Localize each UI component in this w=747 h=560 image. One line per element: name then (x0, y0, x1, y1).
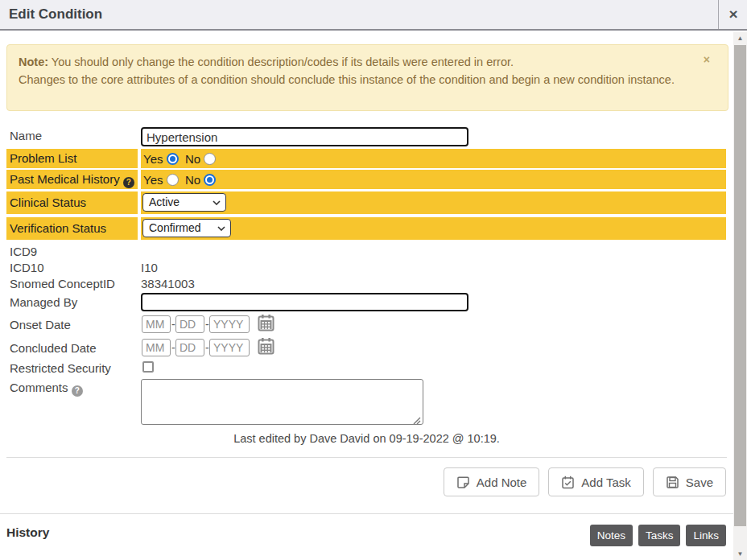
restricted-security-checkbox[interactable] (142, 361, 154, 373)
clinical-status-label: Clinical Status (6, 191, 138, 214)
add-task-label: Add Task (581, 476, 630, 489)
divider (0, 513, 733, 514)
verification-status-value: Confirmed (149, 221, 201, 234)
past-medical-history-label-text: Past Medical History (10, 172, 120, 186)
calendar-icon[interactable] (258, 337, 274, 358)
note-text-1: You should only change the condition des… (52, 56, 514, 68)
no-label: No (185, 152, 200, 166)
clinical-status-cell (141, 191, 726, 214)
action-button-row: Add Note Add Task Save (0, 467, 726, 496)
tasks-button[interactable]: Tasks (638, 525, 681, 546)
verification-status-label: Verification Status (6, 217, 138, 240)
add-task-button[interactable]: Add Task (548, 467, 643, 496)
problem-list-no-radio[interactable] (204, 153, 216, 165)
clinical-status-value: Active (149, 196, 180, 208)
add-note-button[interactable]: Add Note (444, 467, 540, 496)
dialog-titlebar: Edit Condition × (0, 0, 747, 31)
no-label: No (185, 173, 200, 187)
yes-label: Yes (143, 152, 163, 166)
note-label: Note: (19, 56, 48, 68)
history-button-row: Notes Tasks Links (0, 525, 726, 546)
save-label: Save (686, 476, 713, 489)
dialog-title: Edit Condition (9, 6, 102, 23)
date-separator: - (171, 341, 175, 354)
onset-date-label: Onset Date (10, 318, 71, 331)
name-label: Name (10, 129, 42, 142)
date-separator: - (205, 341, 209, 354)
save-icon (666, 476, 679, 489)
divider (6, 457, 727, 458)
comments-label-text: Comments (10, 381, 68, 394)
problem-list-options: Yes No (141, 149, 726, 168)
name-input[interactable] (141, 127, 468, 146)
scrollbar-thumb[interactable] (734, 45, 746, 526)
calendar-icon[interactable] (258, 314, 274, 335)
date-separator: - (171, 318, 175, 331)
comments-label: Comments ? (10, 381, 83, 397)
vertical-scrollbar[interactable]: ▲ ▼ (733, 32, 747, 560)
help-icon[interactable]: ? (72, 385, 83, 397)
restricted-security-label: Restricted Security (10, 361, 111, 375)
note-text-2: Changes to the core attributes of a cond… (19, 73, 675, 86)
add-note-label: Add Note (477, 476, 527, 489)
past-medical-history-row: Past Medical History ? Yes No (0, 170, 747, 189)
concluded-day-input[interactable] (175, 339, 204, 356)
help-icon[interactable]: ? (123, 177, 134, 188)
notes-button[interactable]: Notes (590, 525, 633, 546)
snomed-value: 38341003 (141, 277, 195, 290)
icd9-label: ICD9 (10, 245, 37, 258)
note-icon (456, 476, 470, 489)
note-dismiss-icon[interactable]: × (704, 53, 710, 66)
problem-list-yes-radio[interactable] (167, 153, 179, 165)
concluded-year-input[interactable] (209, 339, 250, 356)
last-edited-text: Last edited by Dave David on 09-19-2022 … (6, 432, 727, 445)
verification-status-row: Verification Status (0, 217, 747, 240)
past-medical-history-yes-radio[interactable] (167, 174, 179, 186)
problem-list-row: Problem List Yes No (0, 149, 747, 168)
onset-day-input[interactable] (175, 315, 204, 333)
save-button[interactable]: Save (653, 467, 726, 496)
yes-label: Yes (143, 173, 163, 187)
snomed-label: Snomed ConceptID (10, 277, 115, 290)
clinical-status-row: Clinical Status (0, 191, 747, 214)
scroll-up-icon[interactable]: ▲ (733, 32, 747, 44)
warning-note: Note: You should only change the conditi… (6, 44, 728, 111)
close-icon[interactable]: × (723, 3, 744, 26)
onset-year-input[interactable] (209, 315, 250, 333)
problem-list-label: Problem List (6, 149, 138, 168)
comments-textarea[interactable] (141, 379, 423, 425)
scroll-down-icon[interactable]: ▼ (733, 548, 747, 560)
managed-by-label: Managed By (10, 295, 77, 309)
verification-status-select[interactable]: Confirmed (142, 219, 231, 237)
titlebar-divider (718, 0, 719, 29)
concluded-month-input[interactable] (142, 339, 171, 356)
date-separator: - (205, 318, 209, 331)
links-button[interactable]: Links (686, 525, 726, 546)
past-medical-history-no-radio[interactable] (204, 174, 216, 186)
clinical-status-select[interactable]: Active (142, 193, 226, 212)
task-calendar-icon (561, 476, 575, 489)
past-medical-history-label: Past Medical History ? (6, 170, 138, 189)
concluded-date-label: Concluded Date (10, 341, 97, 355)
icd10-label: ICD10 (10, 261, 44, 274)
managed-by-input[interactable] (141, 293, 468, 311)
chevron-down-icon (213, 200, 221, 205)
icd10-value: I10 (141, 261, 158, 274)
past-medical-history-options: Yes No (141, 170, 726, 189)
chevron-down-icon (217, 226, 225, 231)
onset-month-input[interactable] (142, 315, 171, 333)
